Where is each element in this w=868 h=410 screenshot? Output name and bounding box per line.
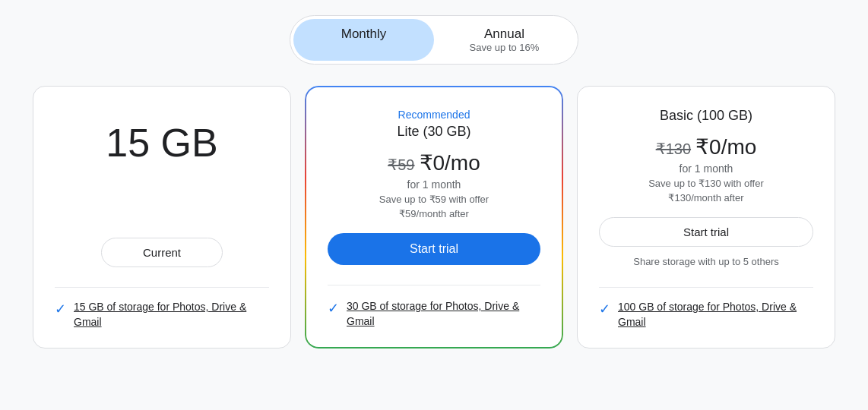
start-trial-button-lite[interactable]: Start trial [328,233,540,265]
lite-offer: Save up to ₹59 with offer [328,194,540,205]
feature-text-free: 15 GB of storage for Photos, Drive & Gma… [74,300,269,330]
check-icon-lite: ✓ [328,300,339,317]
basic-current-price: ₹0/mo [695,134,756,159]
lite-original-price: ₹59 [388,156,414,174]
basic-offer: Save up to ₹130 with offer [599,178,813,189]
recommended-label: Recommended [328,109,540,121]
free-plan-storage: 15 GB [55,123,269,162]
feature-row-free: ✓ 15 GB of storage for Photos, Drive & G… [55,300,269,330]
basic-period: for 1 month [599,162,813,175]
lite-pricing-row: ₹59 ₹0/mo [328,150,540,175]
annual-sublabel: Save up to 16% [449,42,559,53]
plan-card-free: 15 GB Current ✓ 15 GB of storage for Pho… [33,86,291,348]
lite-plan-name: Lite (30 GB) [328,124,540,140]
feature-row-basic: ✓ 100 GB of storage for Photos, Drive & … [599,300,813,330]
start-trial-button-basic[interactable]: Start trial [599,217,813,247]
basic-original-price: ₹130 [656,140,691,158]
feature-text-basic: 100 GB of storage for Photos, Drive & Gm… [618,300,813,330]
toggle-annual[interactable]: Annual Save up to 16% [434,19,575,61]
lite-after-price: ₹59/month after [328,208,540,219]
feature-row-lite: ✓ 30 GB of storage for Photos, Drive & G… [328,299,540,329]
lite-current-price: ₹0/mo [420,150,480,175]
plan-card-lite: Recommended Lite (30 GB) ₹59 ₹0/mo for 1… [305,86,563,348]
lite-period: for 1 month [328,178,540,191]
feature-text-lite: 30 GB of storage for Photos, Drive & Gma… [347,299,540,329]
annual-label: Annual [449,27,559,42]
basic-after-price: ₹130/month after [599,192,813,203]
current-button[interactable]: Current [101,238,223,267]
monthly-label: Monthly [309,27,419,42]
check-icon-basic: ✓ [599,301,610,317]
basic-plan-name: Basic (100 GB) [599,108,813,124]
basic-share-text: Share storage with up to 5 others [599,256,813,267]
plans-container: 15 GB Current ✓ 15 GB of storage for Pho… [16,86,852,348]
divider-basic [599,287,813,288]
check-icon: ✓ [55,301,66,317]
toggle-monthly[interactable]: Monthly [293,19,434,61]
plan-card-basic: Basic (100 GB) ₹130 ₹0/mo for 1 month Sa… [577,86,835,348]
divider [55,287,269,288]
basic-pricing-row: ₹130 ₹0/mo [599,134,813,159]
billing-toggle[interactable]: Monthly Annual Save up to 16% [290,15,578,65]
divider-lite [328,285,540,285]
